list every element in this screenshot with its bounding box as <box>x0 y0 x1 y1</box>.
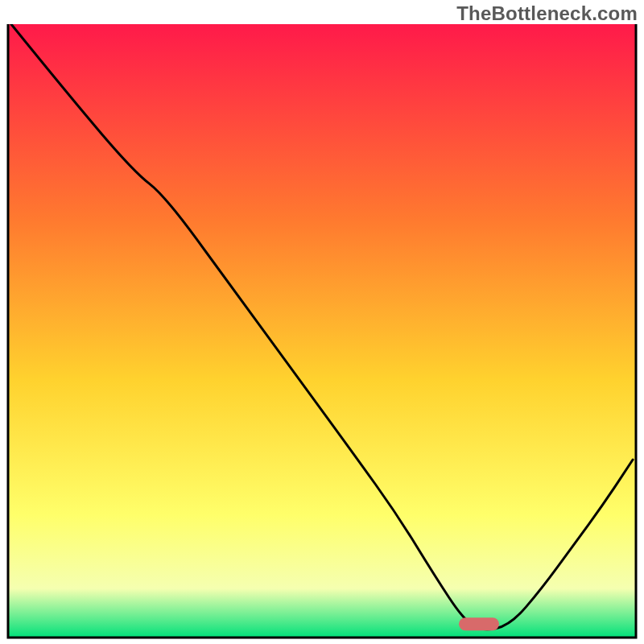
gradient-background <box>8 24 636 638</box>
optimal-marker <box>459 617 499 630</box>
bottleneck-chart <box>0 0 644 644</box>
chart-stage: TheBottleneck.com <box>0 0 644 644</box>
